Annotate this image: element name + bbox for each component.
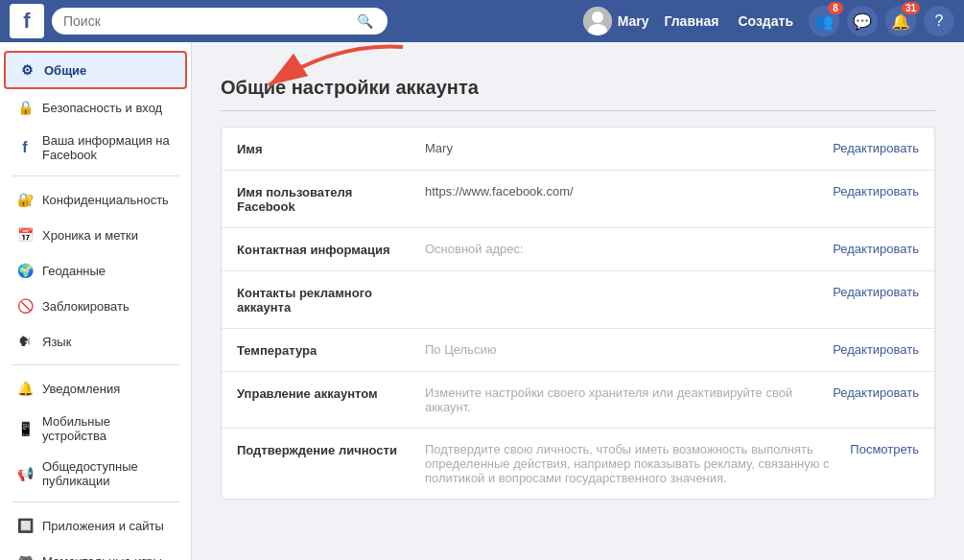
row-value: По Цельсию [410,342,833,357]
sidebar-item-label: Уведомления [42,382,120,396]
sidebar-item-label: Приложения и сайты [42,519,164,533]
edit-ad-contact-button[interactable]: Редактировать [833,285,919,299]
edit-account-button[interactable]: Редактировать [833,385,919,400]
settings-table: Имя Mary Редактировать Имя пользователя … [221,127,935,500]
sidebar-item-label: Заблокировать [42,299,129,314]
page-title: Общие настройки аккаунта [221,77,935,111]
sidebar-item-label: Ваша информация на Facebook [42,133,176,162]
facebook-logo: f [10,4,44,38]
public-posts-icon: 📢 [15,464,35,483]
row-label: Имя [237,141,410,156]
notifications-icon: 🔔 [15,379,35,398]
help-icon: ? [935,12,944,30]
row-value: Измените настройки своего хранителя или … [410,385,833,414]
sidebar-item-label: Геоданные [42,264,106,278]
row-label: Управление аккаунтом [237,385,410,401]
sidebar-item-label: Общедоступные публикации [42,459,176,488]
table-row: Управление аккаунтом Измените настройки … [222,372,934,429]
divider-3 [12,502,179,502]
language-icon: 🗣 [15,332,35,351]
privacy-icon: 🔐 [15,190,35,209]
sidebar-item-timeline[interactable]: 📅 Хроника и метки [4,218,187,252]
timeline-icon: 📅 [15,225,35,245]
facebook-icon: f [15,138,35,157]
gear-icon: ⚙ [17,60,36,80]
sidebar-item-label: Безопасность и вход [42,101,162,115]
content-area: Общие настройки аккаунта Имя Mary Редакт… [192,42,964,560]
sidebar-item-label: Мобильные устройства [42,414,176,443]
sidebar-item-security[interactable]: 🔒 Безопасность и вход [4,90,187,125]
sidebar-item-general[interactable]: ⚙ Общие [4,51,187,89]
friends-button[interactable]: 👥 8 [809,6,839,36]
friends-badge: 8 [828,2,843,14]
sidebar-item-label: Хроника и метки [42,228,138,243]
divider-2 [12,364,179,365]
home-link[interactable]: Главная [656,10,726,33]
svg-point-1 [592,12,603,23]
avatar [583,7,612,35]
user-profile-button[interactable]: Mary [583,7,649,35]
sidebar-item-public-posts[interactable]: 📢 Общедоступные публикации [4,452,187,496]
messenger-icon: 💬 [853,12,872,31]
apps-icon: 🔲 [15,516,35,535]
user-name: Mary [618,13,649,29]
sidebar-item-label: Конфиденциальность [42,193,169,207]
view-identity-button[interactable]: Посмотреть [850,442,919,456]
edit-username-button[interactable]: Редактировать [833,184,919,198]
table-row: Контакты рекламного аккаунта Редактирова… [222,271,934,329]
main-layout: ⚙ Общие 🔒 Безопасность и вход f Ваша инф… [0,42,964,560]
row-value: https://www.facebook.com/ [410,184,833,198]
row-label: Подтверждение личности [237,442,410,457]
row-label: Контактная информация [237,242,410,257]
edit-name-button[interactable]: Редактировать [833,141,919,155]
sidebar-item-notifications[interactable]: 🔔 Уведомления [4,371,187,406]
sidebar-item-mobile[interactable]: 📱 Мобильные устройства [4,407,187,451]
table-row: Подтверждение личности Подтвердите свою … [222,429,934,499]
block-icon: 🚫 [15,296,35,315]
sidebar-item-facebook-info[interactable]: f Ваша информация на Facebook [4,126,187,170]
row-label: Контакты рекламного аккаунта [237,285,410,315]
sidebar-item-apps[interactable]: 🔲 Приложения и сайты [4,508,187,543]
table-row: Температура По Цельсию Редактировать [222,329,934,372]
row-value: Mary [410,141,833,155]
friends-icon: 👥 [814,12,834,31]
sidebar-item-label: Язык [42,335,71,349]
sidebar-item-instant-games[interactable]: 🎮 Моментальные игры [4,544,187,560]
edit-contact-button[interactable]: Редактировать [833,242,919,256]
location-icon: 🌍 [15,261,35,280]
sidebar-item-location[interactable]: 🌍 Геоданные [4,253,187,288]
row-label: Имя пользователя Facebook [237,184,410,214]
sidebar-item-label: Моментальные игры [42,554,162,561]
edit-temperature-button[interactable]: Редактировать [833,342,919,357]
row-value: Подтвердите свою личность, чтобы иметь в… [410,442,850,485]
sidebar: ⚙ Общие 🔒 Безопасность и вход f Ваша инф… [0,42,192,560]
help-button[interactable]: ? [924,6,954,36]
search-input[interactable] [63,13,351,29]
sidebar-item-language[interactable]: 🗣 Язык [4,324,187,359]
table-row: Имя Mary Редактировать [222,128,934,171]
sidebar-item-privacy[interactable]: 🔐 Конфиденциальность [4,182,187,217]
divider-1 [12,175,179,176]
search-icon: 🔍 [357,13,373,29]
table-row: Контактная информация Основной адрес: Ре… [222,228,934,271]
sidebar-item-block[interactable]: 🚫 Заблокировать [4,289,187,323]
row-value: Основной адрес: [410,242,833,256]
lock-icon: 🔒 [15,98,35,117]
messenger-button[interactable]: 💬 [847,6,878,36]
bell-icon: 🔔 [891,12,910,31]
create-link[interactable]: Создать [730,10,801,33]
row-label: Температура [237,342,410,358]
games-icon: 🎮 [15,551,35,560]
notifications-button[interactable]: 🔔 31 [885,6,916,36]
sidebar-item-label: Общие [44,63,86,78]
mobile-icon: 📱 [15,419,35,438]
notifications-badge: 31 [902,2,920,14]
table-row: Имя пользователя Facebook https://www.fa… [222,171,934,228]
nav-links: Главная Создать [656,10,801,33]
search-bar[interactable]: 🔍 [52,8,388,35]
top-navigation: f 🔍 Mary Главная Создать 👥 8 💬 🔔 31 ? [0,0,964,42]
